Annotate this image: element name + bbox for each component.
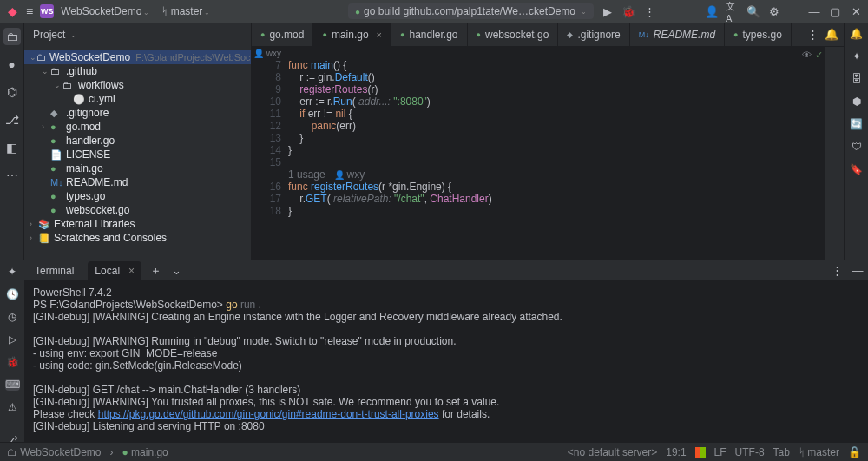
terminal-output[interactable]: PowerShell 7.4.2 PS F:\GolandProjects\We… [24, 281, 868, 446]
ai-chat-icon[interactable]: ✦ [8, 266, 16, 278]
tree-scratch[interactable]: ›📒Scratches and Consoles [24, 231, 251, 245]
vcs-log-icon[interactable]: 🕓 [6, 288, 19, 300]
problems-icon[interactable]: ⚠ [8, 401, 17, 413]
tree-handler[interactable]: ●handler.go [24, 134, 251, 148]
commit-tool-icon[interactable]: ● [3, 56, 21, 73]
project-tree: ⌄🗀 WebSocketDemo F:\GolandProjects\WebSo… [24, 47, 251, 260]
main-menu-icon[interactable]: ≡ [26, 4, 33, 18]
services-tool-icon[interactable]: ◧ [3, 139, 21, 156]
ai-assistant-icon[interactable]: ✦ [852, 50, 861, 63]
go-icon: ● [355, 7, 360, 16]
line-separator[interactable]: LF [714, 446, 727, 458]
run-config-selector[interactable]: ● go build github.com/palp1tate/We…cketD… [348, 3, 594, 19]
terminal-panel: ✦ 🕓 ◷ ▷ 🐞 ⌨ ⚠ ⎇ Terminal Local× ＋ ⌄ ⋮ — [0, 260, 868, 442]
terminal-title: Terminal [28, 261, 81, 280]
inspection-eye-icon[interactable]: 👁 [802, 49, 812, 260]
tree-gomod[interactable]: ›●go.mod [24, 120, 251, 134]
tree-extlib[interactable]: ›📚External Libraries [24, 217, 251, 231]
encoding[interactable]: UTF-8 [735, 446, 765, 458]
git-branch-status[interactable]: ᛋ master [799, 446, 839, 458]
gutter: 👤 wxy ▶7 8 9 10 11 12 13 14 15 16 17 18 [252, 47, 288, 260]
terminal-dropdown-icon[interactable]: ⌄ [169, 264, 183, 278]
tree-root[interactable]: ⌄🗀 WebSocketDemo F:\GolandProjects\WebSo… [24, 50, 251, 64]
code-body[interactable]: func main() { r := gin.Default() registe… [288, 47, 800, 260]
readonly-lock-icon[interactable]: 🔓 [848, 446, 861, 458]
settings-icon[interactable]: ⚙ [767, 4, 781, 18]
terminal-add-icon[interactable]: ＋ [148, 264, 162, 278]
close-icon[interactable]: ✕ [849, 4, 863, 18]
proxy-docs-link[interactable]: https://pkg.go.dev/github.com/gin-gonic/… [98, 408, 439, 420]
sync-tool-icon[interactable]: 🔄 [850, 118, 863, 130]
bookmarks-tool-icon[interactable]: 🔖 [850, 163, 863, 175]
indent[interactable]: Tab [773, 446, 790, 458]
run-tool-icon[interactable]: ▷ [9, 333, 16, 346]
right-tool-rail: 🔔 ✦ 🗄 ⬢ 🔄 🛡 🔖 [844, 23, 868, 260]
terminal-hide-icon[interactable]: — [851, 264, 865, 278]
tree-readme[interactable]: M↓README.md [24, 175, 251, 189]
tab-main[interactable]: ●main.go× [313, 23, 391, 46]
tree-ci[interactable]: ⚪ci.yml [24, 92, 251, 106]
breadcrumb-file[interactable]: ● main.go [122, 446, 168, 458]
debugger-icon[interactable]: 🐞 [6, 356, 19, 368]
branch-selector[interactable]: ᛋ master⌄ [161, 5, 210, 17]
terminal-session-local[interactable]: Local× [88, 261, 141, 280]
more-actions-icon[interactable]: ⋮ [642, 4, 656, 18]
minimize-icon[interactable]: — [807, 4, 821, 18]
tab-readme[interactable]: M↓README.md [630, 23, 725, 46]
editor-tabs: ●go.mod ●main.go× ●handler.go ●websocket… [252, 23, 844, 47]
tree-license[interactable]: 📄LICENSE [24, 148, 251, 161]
breadcrumb-project[interactable]: 🗀 WebSocketDemo [7, 446, 102, 458]
translate-icon[interactable]: 文A [726, 4, 740, 18]
tab-types[interactable]: ●types.go [725, 23, 792, 46]
tree-github[interactable]: ⌄🗀.github [24, 64, 251, 78]
tab-handler[interactable]: ●handler.go [391, 23, 468, 46]
title-bar: ◆ ≡ WS WebSocketDemo⌄ ᛋ master⌄ ● go bui… [0, 0, 868, 23]
terminal-header: Terminal Local× ＋ ⌄ ⋮ — [24, 260, 868, 281]
app-logo-icon: ◆ [5, 4, 19, 18]
tree-websocket[interactable]: ●websocket.go [24, 203, 251, 217]
project-badge: WS [40, 4, 54, 18]
project-panel: Project⌄ ⌄🗀 WebSocketDemo F:\GolandProje… [24, 23, 252, 260]
search-icon[interactable]: 🔍 [746, 4, 760, 18]
code-editor[interactable]: 👤 wxy ▶7 8 9 10 11 12 13 14 15 16 17 18 … [252, 47, 844, 260]
caret-position[interactable]: 19:1 [666, 446, 686, 458]
database-tool-icon[interactable]: 🗄 [852, 73, 862, 85]
tree-gitignore[interactable]: ◆.gitignore [24, 106, 251, 120]
notifications-icon[interactable]: 🔔 [825, 28, 838, 42]
tab-websocket[interactable]: ●websocket.go [468, 23, 559, 46]
project-tool-icon[interactable]: 🗀 [3, 28, 21, 45]
maximize-icon[interactable]: ▢ [828, 4, 842, 18]
prompt: PS F:\GolandProjects\WebSocketDemo> [33, 299, 226, 311]
terminal-tool-icon[interactable]: ⌨ [5, 379, 20, 391]
tabs-more-icon[interactable]: ⋮ [806, 28, 819, 42]
project-selector[interactable]: WebSocketDemo⌄ [61, 5, 149, 17]
collaborate-icon[interactable]: 👤 [705, 4, 719, 18]
minimap[interactable] [825, 47, 844, 260]
terminal-options-icon[interactable]: ⋮ [830, 264, 844, 278]
structure-tool-icon[interactable]: ⌬ [3, 83, 21, 101]
project-panel-header[interactable]: Project⌄ [24, 23, 251, 47]
tree-workflows[interactable]: ⌄🗀workflows [24, 78, 251, 92]
editor-panel: ●go.mod ●main.go× ●handler.go ●websocket… [252, 23, 844, 260]
status-bar: 🗀 WebSocketDemo › ● main.go <no default … [0, 442, 868, 461]
default-server[interactable]: <no default server> [568, 446, 657, 458]
tab-gitignore[interactable]: ◆.gitignore [558, 23, 629, 46]
inspection-ok-icon[interactable]: ✓ [815, 49, 823, 260]
main-area: 🗀 ● ⌬ ⎇ ◧ ⋯ Project⌄ ⌄🗀 WebSocketDemo F:… [0, 23, 868, 260]
tab-close-icon[interactable]: × [377, 30, 382, 40]
notifications-rail-icon[interactable]: 🔔 [850, 28, 863, 40]
tree-main[interactable]: ●main.go [24, 161, 251, 175]
docker-tool-icon[interactable]: ⬢ [852, 95, 861, 108]
author-inlay: 👤 [253, 49, 266, 58]
run-button[interactable]: ▶ [601, 4, 615, 18]
coverage-tool-icon[interactable]: 🛡 [852, 141, 862, 153]
term-tab-close-icon[interactable]: × [128, 265, 135, 277]
tree-types[interactable]: ●types.go [24, 189, 251, 203]
endpoints-icon[interactable]: ◷ [8, 311, 16, 323]
tab-gomod[interactable]: ●go.mod [252, 23, 313, 46]
more-tools-icon[interactable]: ⋯ [3, 167, 21, 184]
terminal-left-rail: ✦ 🕓 ◷ ▷ 🐞 ⌨ ⚠ ⎇ [0, 260, 24, 446]
debug-button[interactable]: 🐞 [621, 4, 635, 18]
ms-flag-icon[interactable] [695, 447, 706, 458]
pull-requests-icon[interactable]: ⎇ [3, 111, 21, 128]
